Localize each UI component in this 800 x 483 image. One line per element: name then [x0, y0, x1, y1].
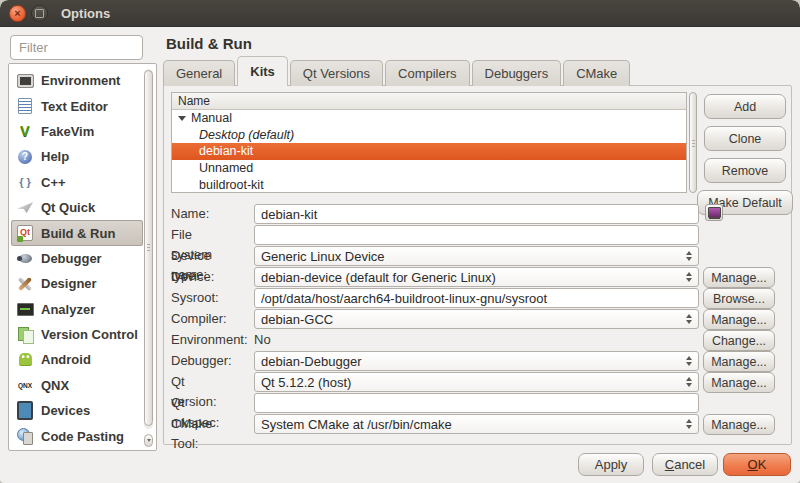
manage-compilers-button[interactable]: Manage...: [703, 309, 775, 330]
kit-row-buildroot-kit[interactable]: buildroot-kit: [172, 176, 686, 193]
sysroot-input[interactable]: [254, 288, 699, 308]
cmake-tool-select[interactable]: System CMake at /usr/bin/cmake: [254, 414, 699, 434]
kit-row-desktop[interactable]: Desktop (default): [172, 127, 686, 144]
sidebar-item-label: Text Editor: [41, 99, 108, 114]
sidebar-item-label: Build & Run: [41, 226, 115, 241]
browse-sysroot-button[interactable]: Browse...: [703, 288, 775, 309]
apply-label: Apply: [595, 457, 628, 472]
variables-button[interactable]: [705, 204, 723, 221]
name-input[interactable]: [254, 204, 699, 224]
tab-compilers[interactable]: Compilers: [385, 60, 470, 86]
sidebar-item-label: Code Pasting: [41, 429, 124, 444]
android-icon: [16, 352, 34, 368]
ok-label: OK: [748, 457, 767, 472]
tab-cmake[interactable]: CMake: [563, 60, 630, 86]
sidebar-item-cpp[interactable]: C++: [11, 170, 143, 195]
tab-debuggers[interactable]: Debuggers: [472, 60, 562, 86]
sidebar-item-label: Help: [41, 149, 69, 164]
sidebar-item-label: Devices: [41, 403, 90, 418]
filter-input[interactable]: [10, 35, 143, 60]
sidebar-item-label: Android: [41, 352, 91, 367]
sidebar-item-code-pasting[interactable]: Code Pasting: [11, 423, 143, 448]
sidebar-item-analyzer[interactable]: Analyzer: [11, 297, 143, 322]
add-button[interactable]: Add: [704, 94, 786, 119]
manage-qt-versions-button[interactable]: Manage...: [703, 372, 775, 393]
manage-device-button[interactable]: Manage...: [703, 267, 775, 288]
kit-row-unnamed[interactable]: Unnamed: [172, 160, 686, 177]
sidebar-item-label: Version Control: [41, 327, 138, 342]
clone-button[interactable]: Clone: [704, 126, 786, 151]
sidebar-item-android[interactable]: Android: [11, 347, 143, 372]
spinner-icon[interactable]: [684, 314, 693, 324]
spinner-icon[interactable]: [684, 419, 693, 429]
kit-list: Name Manual Desktop (default) debian-kit…: [171, 92, 687, 193]
sidebar-item-label: Qt Quick: [41, 200, 95, 215]
kit-row-label: Desktop (default): [199, 128, 294, 142]
ok-button[interactable]: OK: [723, 453, 791, 476]
window-restore-button[interactable]: [31, 5, 48, 22]
spinner-icon[interactable]: [684, 251, 693, 261]
debugger-select[interactable]: debian-Debugger: [254, 351, 699, 371]
device-value: debian-device (default for Generic Linux…: [261, 270, 684, 285]
window-close-button[interactable]: ×: [9, 5, 26, 22]
cancel-button[interactable]: Cancel: [652, 453, 718, 476]
manage-debuggers-button[interactable]: Manage...: [703, 351, 775, 372]
debugger-value: debian-Debugger: [261, 354, 684, 369]
sidebar: Environment Text Editor FakeVim Help C++…: [8, 63, 157, 451]
spinner-icon[interactable]: [684, 272, 693, 282]
qt-mkspec-input[interactable]: [254, 393, 699, 413]
sidebar-item-label: QNX: [41, 378, 69, 393]
tab-kits[interactable]: Kits: [237, 56, 288, 86]
sidebar-item-debugger[interactable]: Debugger: [11, 246, 143, 271]
device-type-value: Generic Linux Device: [261, 249, 684, 264]
sidebar-item-build-and-run[interactable]: Build & Run: [11, 220, 143, 245]
device-label: Device:: [171, 267, 214, 287]
tree-expanded-icon[interactable]: [178, 116, 186, 121]
tab-general[interactable]: General: [163, 60, 235, 86]
code-pasting-icon: [16, 428, 34, 444]
cmake-tool-value: System CMake at /usr/bin/cmake: [261, 417, 684, 432]
sidebar-item-devices[interactable]: Devices: [11, 398, 143, 423]
qt-version-select[interactable]: Qt 5.12.2 (host): [254, 372, 699, 392]
spinner-icon[interactable]: [684, 356, 693, 366]
kit-row-label: buildroot-kit: [199, 178, 264, 192]
qt-quick-icon: [16, 200, 34, 216]
kit-row-label: Manual: [191, 111, 232, 125]
sidebar-item-help[interactable]: Help: [11, 144, 143, 169]
sidebar-item-environment[interactable]: Environment: [11, 68, 143, 93]
manage-cmake-button[interactable]: Manage...: [703, 414, 775, 435]
apply-button[interactable]: Apply: [578, 453, 644, 476]
sidebar-item-qnx[interactable]: QNX: [11, 373, 143, 398]
spinner-icon[interactable]: [684, 377, 693, 387]
environment-label: Environment:: [171, 330, 248, 350]
name-label: Name:: [171, 204, 209, 224]
compiler-select[interactable]: debian-GCC: [254, 309, 699, 329]
cancel-label: Cancel: [665, 457, 705, 472]
devices-icon: [16, 403, 34, 419]
sidebar-scrollbar-thumb[interactable]: [144, 70, 153, 426]
tab-bar: General Kits Qt Versions Compilers Debug…: [163, 57, 632, 86]
remove-button[interactable]: Remove: [704, 158, 786, 183]
cpp-icon: [16, 174, 34, 190]
sidebar-item-text-editor[interactable]: Text Editor: [11, 93, 143, 118]
sidebar-item-qt-quick[interactable]: Qt Quick: [11, 195, 143, 220]
compiler-value: debian-GCC: [261, 312, 684, 327]
device-select[interactable]: debian-device (default for Generic Linux…: [254, 267, 699, 287]
file-system-name-input[interactable]: [254, 225, 699, 245]
fakevim-icon: [16, 123, 34, 139]
kit-list-header[interactable]: Name: [172, 93, 686, 110]
sidebar-item-label: C++: [41, 175, 66, 190]
sidebar-scroll-down-button[interactable]: [144, 434, 153, 447]
sidebar-scrollbar[interactable]: [144, 69, 153, 429]
sidebar-item-designer[interactable]: Designer: [11, 271, 143, 296]
tab-qt-versions[interactable]: Qt Versions: [290, 60, 383, 86]
kit-row-label: Unnamed: [199, 161, 253, 175]
change-environment-button[interactable]: Change...: [703, 330, 775, 351]
kit-list-scrollbar[interactable]: [689, 92, 697, 193]
kit-row-debian-kit[interactable]: debian-kit: [172, 143, 686, 160]
kit-row-manual[interactable]: Manual: [172, 110, 686, 127]
version-control-icon: [16, 327, 34, 343]
device-type-select[interactable]: Generic Linux Device: [254, 246, 699, 266]
sidebar-item-version-control[interactable]: Version Control: [11, 322, 143, 347]
sidebar-item-fakevim[interactable]: FakeVim: [11, 119, 143, 144]
